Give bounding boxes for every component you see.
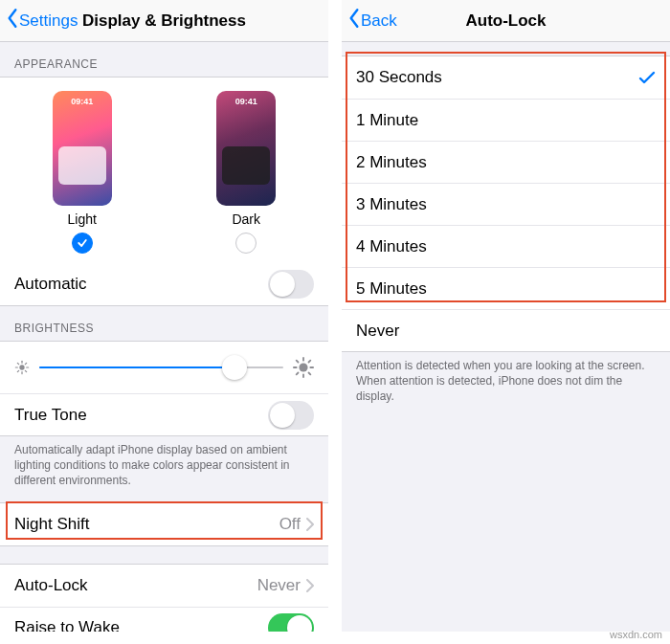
svg-point-0 [19, 365, 24, 369]
svg-line-6 [25, 370, 26, 371]
truetone-label: True Tone [14, 406, 87, 425]
auto-lock-screen: Back Auto-Lock 30 Seconds 1 Minute 2 Min… [342, 0, 670, 632]
truetone-note: Automatically adapt iPhone display based… [0, 436, 328, 502]
svg-line-8 [25, 363, 26, 364]
autolock-options: 30 Seconds 1 Minute 2 Minutes 3 Minutes … [342, 56, 670, 352]
night-shift-row[interactable]: Night Shift Off [0, 503, 328, 545]
night-shift-value: Off [279, 515, 301, 534]
automatic-toggle[interactable] [268, 270, 314, 299]
truetone-row[interactable]: True Tone [0, 393, 328, 435]
navbar: Back Auto-Lock [342, 0, 670, 42]
automatic-row[interactable]: Automatic [0, 263, 328, 305]
dark-radio[interactable] [235, 233, 257, 254]
svg-line-17 [309, 361, 311, 363]
automatic-label: Automatic [14, 275, 87, 294]
raise-to-wake-toggle[interactable] [268, 613, 314, 632]
dark-thumbnail: 09:41 [216, 91, 276, 206]
svg-point-9 [299, 363, 307, 371]
dark-label: Dark [165, 211, 329, 227]
option-label: 2 Minutes [356, 153, 427, 172]
auto-lock-label: Auto-Lock [14, 576, 88, 595]
brightness-slider-row [0, 342, 328, 393]
option-label: 1 Minute [356, 111, 418, 130]
chevron-left-icon [347, 8, 361, 33]
option-never[interactable]: Never [342, 309, 670, 351]
brightness-slider[interactable] [39, 366, 283, 368]
appearance-picker: 09:41 Light 09:41 Dark [0, 77, 328, 263]
raise-to-wake-label: Raise to Wake [14, 618, 120, 632]
checkmark-icon [638, 70, 656, 85]
option-3-minutes[interactable]: 3 Minutes [342, 183, 670, 225]
option-label: Never [356, 322, 399, 341]
watermark: wsxdn.com [610, 629, 662, 640]
chevron-right-icon [306, 579, 314, 592]
back-button[interactable]: Back [342, 8, 397, 33]
auto-lock-row[interactable]: Auto-Lock Never [0, 565, 328, 607]
option-5-minutes[interactable]: 5 Minutes [342, 267, 670, 309]
back-button[interactable]: Settings [0, 8, 78, 33]
navbar: Settings Display & Brightness [0, 0, 328, 42]
thumbnail-time: 09:41 [53, 97, 112, 106]
night-shift-label: Night Shift [14, 515, 89, 534]
light-label: Light [0, 211, 165, 227]
back-label: Settings [19, 11, 78, 31]
brightness-header: BRIGHTNESS [0, 306, 328, 341]
appearance-option-dark[interactable]: 09:41 Dark [165, 91, 329, 254]
appearance-option-light[interactable]: 09:41 Light [0, 91, 165, 254]
chevron-right-icon [306, 518, 314, 531]
back-label: Back [361, 11, 397, 31]
option-label: 5 Minutes [356, 279, 427, 299]
display-brightness-screen: Settings Display & Brightness APPEARANCE… [0, 0, 328, 632]
option-4-minutes[interactable]: 4 Minutes [342, 225, 670, 267]
sun-small-icon [14, 360, 30, 375]
thumbnail-time: 09:41 [216, 97, 276, 106]
option-30-seconds[interactable]: 30 Seconds [342, 56, 670, 99]
light-radio[interactable] [72, 233, 93, 254]
svg-line-7 [17, 370, 18, 371]
option-1-minute[interactable]: 1 Minute [342, 99, 670, 141]
option-label: 4 Minutes [356, 237, 427, 256]
option-2-minutes[interactable]: 2 Minutes [342, 141, 670, 183]
truetone-toggle[interactable] [268, 401, 314, 430]
chevron-left-icon [6, 8, 19, 33]
svg-line-5 [17, 363, 18, 364]
sun-large-icon [293, 357, 314, 378]
svg-line-15 [309, 373, 311, 375]
attention-note: Attention is detected when you are looki… [342, 352, 670, 418]
option-label: 30 Seconds [356, 68, 442, 87]
svg-line-16 [297, 373, 299, 375]
light-thumbnail: 09:41 [53, 91, 112, 206]
svg-line-14 [297, 361, 299, 363]
option-label: 3 Minutes [356, 195, 427, 214]
auto-lock-value: Never [257, 576, 301, 595]
appearance-header: APPEARANCE [0, 42, 328, 77]
raise-to-wake-row[interactable]: Raise to Wake [0, 607, 328, 632]
